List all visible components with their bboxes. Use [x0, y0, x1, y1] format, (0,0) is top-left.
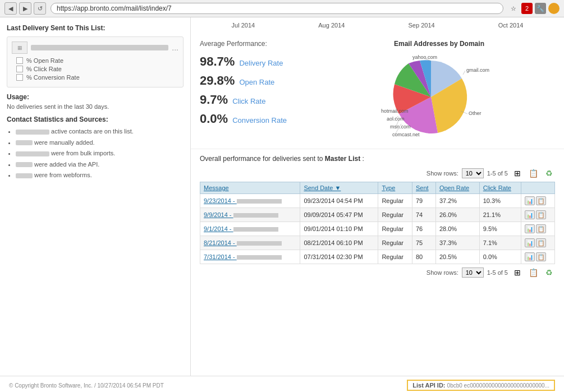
- browser-chrome: ◀ ▶ ↺ https://app.bronto.com/mail/list/i…: [0, 0, 564, 17]
- refresh-table-button-top[interactable]: ♻: [543, 167, 555, 179]
- message-link[interactable]: 9/1/2014 -: [204, 225, 278, 232]
- extension-icon-2[interactable]: 🔧: [535, 3, 546, 14]
- row-copy-button[interactable]: 📋: [536, 224, 546, 233]
- timeline-label-oct: Oct 2014: [498, 22, 524, 29]
- send-date-col-sort[interactable]: Send Date ▼: [304, 185, 341, 191]
- conversion-rate-row: % Conversion Rate: [12, 74, 178, 81]
- delivery-name-bar: [31, 45, 168, 50]
- col-header-message[interactable]: Message: [200, 182, 300, 194]
- click-rate-col-sort[interactable]: Click Rate: [483, 185, 511, 191]
- contact-stats-title: Contact Statistics and Sources:: [7, 116, 184, 123]
- cell-send-date: 09/01/2014 01:10 PM: [300, 222, 378, 236]
- svg-text:msn.com: msn.com: [390, 124, 411, 130]
- message-link[interactable]: 7/31/2014 -: [204, 253, 282, 260]
- cell-type: Regular: [378, 222, 412, 236]
- open-rate-col-sort[interactable]: Open Rate: [439, 185, 469, 191]
- row-copy-button[interactable]: 📋: [536, 196, 546, 205]
- cell-message: 8/21/2014 -: [200, 236, 300, 250]
- col-header-type[interactable]: Type: [378, 182, 412, 194]
- cell-message: 9/9/2014 -: [200, 208, 300, 222]
- copyright-text: © Copyright Bronto Software, Inc. / 10/2…: [9, 382, 164, 389]
- table-row: 7/31/2014 - 07/31/2014 02:30 PMRegular80…: [200, 250, 555, 264]
- message-link[interactable]: 9/23/2014 -: [204, 197, 282, 204]
- api-id-value: 0bcb0 ec000000000000000000000000...: [447, 382, 549, 389]
- sent-col-sort[interactable]: Sent: [416, 185, 429, 191]
- back-button[interactable]: ◀: [4, 2, 17, 15]
- delivery-thumbnail: ▦: [12, 41, 27, 54]
- cell-send-date: 07/31/2014 02:30 PM: [300, 250, 378, 264]
- cell-sent: 76: [412, 222, 436, 236]
- list-item: were from webforms.: [16, 170, 184, 180]
- table-controls-top: Show rows: 10 5 25 50 1-5 of 5 ⊞ 📋 ♻: [200, 167, 555, 179]
- message-link[interactable]: 9/9/2014 -: [204, 211, 278, 218]
- col-header-actions: [521, 182, 554, 194]
- extension-icon-3[interactable]: [548, 3, 560, 14]
- conversion-rate-checkbox[interactable]: [16, 74, 23, 81]
- cell-open-rate: 26.0%: [435, 208, 479, 222]
- extension-icon-1[interactable]: 2: [521, 3, 533, 14]
- click-rate-metric: 9.7% Click Rate: [200, 93, 312, 107]
- delivery-more-dots: ...: [172, 43, 178, 52]
- row-copy-button[interactable]: 📋: [536, 252, 546, 261]
- show-rows-label-top: Show rows:: [427, 170, 458, 177]
- open-rate-row: % Open Rate: [12, 57, 178, 64]
- api-id-box: List API ID: 0bcb0 ec0000000000000000000…: [407, 380, 555, 391]
- export-grid-button-top[interactable]: ⊞: [511, 167, 524, 179]
- pagination-label-bottom: 1-5 of 5: [487, 269, 508, 276]
- url-bar[interactable]: https://app.bronto.com/mail/list/index/7: [51, 3, 503, 14]
- cell-send-date: 09/09/2014 05:47 PM: [300, 208, 378, 222]
- delivery-preview: ▦ ...: [12, 41, 178, 54]
- delivery-rate-value: 98.7%: [200, 54, 235, 69]
- show-rows-select-bottom[interactable]: 10 5 25 50: [462, 268, 484, 278]
- row-copy-button[interactable]: 📋: [536, 210, 546, 219]
- page-content: Last Delivery Sent to This List: ▦ ... %…: [0, 17, 564, 376]
- cell-actions: 📊📋: [521, 222, 554, 236]
- row-report-button[interactable]: 📊: [525, 224, 535, 233]
- main-content: Jul 2014 Aug 2014 Sep 2014 Oct 2014 Aver…: [191, 17, 564, 376]
- cell-message: 7/31/2014 -: [200, 250, 300, 264]
- contact-stats-list: active contacts are on this list. were m…: [7, 127, 184, 180]
- open-rate-checkbox[interactable]: [16, 57, 23, 64]
- click-rate-label: % Click Rate: [26, 66, 62, 72]
- cell-type: Regular: [378, 236, 412, 250]
- show-rows-select-top[interactable]: 10 5 25 50: [462, 168, 484, 178]
- message-link[interactable]: 8/21/2014 -: [204, 239, 282, 246]
- col-header-send-date[interactable]: Send Date ▼: [300, 182, 378, 194]
- export-csv-button-bottom[interactable]: 📋: [527, 266, 539, 279]
- redacted-message-name: [237, 255, 282, 260]
- click-rate-checkbox[interactable]: [16, 66, 23, 72]
- svg-text:comcast.net: comcast.net: [392, 132, 420, 137]
- row-report-button[interactable]: 📊: [525, 196, 535, 205]
- list-item: were manually added.: [16, 138, 184, 147]
- row-copy-button[interactable]: 📋: [536, 238, 546, 247]
- refresh-button[interactable]: ↺: [34, 2, 46, 15]
- conversion-rate-value: 0.0%: [200, 112, 228, 126]
- cell-message: 9/23/2014 -: [200, 194, 300, 208]
- bookmark-icon[interactable]: ☆: [508, 3, 519, 14]
- delivery-rate-label: Delivery Rate: [239, 59, 283, 67]
- row-report-button[interactable]: 📊: [525, 210, 535, 219]
- forward-button[interactable]: ▶: [19, 2, 31, 15]
- col-header-sent[interactable]: Sent: [412, 182, 436, 194]
- message-col-sort[interactable]: Message: [204, 185, 229, 191]
- svg-text:aol.com: aol.com: [387, 116, 405, 122]
- table-row: 9/23/2014 - 09/23/2014 04:54 PMRegular79…: [200, 194, 555, 208]
- row-report-button[interactable]: 📊: [525, 252, 535, 261]
- usage-section: Usage: No deliveries sent in the last 30…: [7, 93, 184, 110]
- row-report-button[interactable]: 📊: [525, 238, 535, 247]
- refresh-table-button-bottom[interactable]: ♻: [543, 266, 555, 279]
- cell-type: Regular: [378, 250, 412, 264]
- pie-chart-title: Email Addresses by Domain: [394, 40, 484, 48]
- col-header-open-rate[interactable]: Open Rate: [435, 182, 479, 194]
- type-col-sort[interactable]: Type: [382, 185, 395, 191]
- cell-send-date: 09/23/2014 04:54 PM: [300, 194, 378, 208]
- deliveries-table: Message Send Date ▼ Type Sent Open Rate …: [200, 182, 555, 264]
- cell-actions: 📊📋: [521, 236, 554, 250]
- export-grid-button-bottom[interactable]: ⊞: [511, 266, 524, 279]
- usage-text: No deliveries sent in the last 30 days.: [7, 103, 184, 110]
- cell-click-rate: 0.0%: [479, 250, 521, 264]
- export-csv-button-top[interactable]: 📋: [527, 167, 539, 179]
- table-row: 8/21/2014 - 08/21/2014 06:10 PMRegular75…: [200, 236, 555, 250]
- cell-type: Regular: [378, 194, 412, 208]
- col-header-click-rate[interactable]: Click Rate: [479, 182, 521, 194]
